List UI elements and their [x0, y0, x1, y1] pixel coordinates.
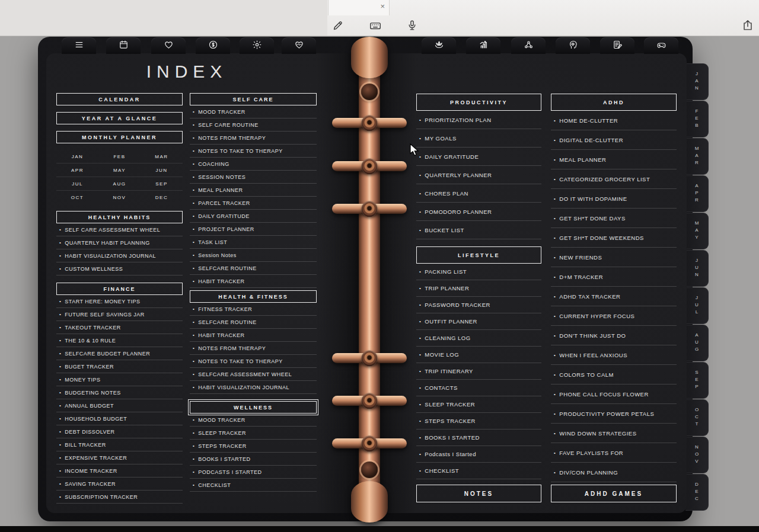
index-item[interactable]: •FITNESS TRACKER [190, 303, 317, 316]
index-item[interactable]: •PHONE CALL FOCUS FLOWER [551, 384, 677, 404]
index-item[interactable]: •COLORS TO CALM [551, 365, 677, 384]
index-item[interactable]: •CATEGORIZED GROCERY LIST [551, 169, 677, 189]
index-item[interactable]: •QUARTERLY PLANNER [416, 166, 541, 184]
year-at-a-glance-button[interactable]: YEAR AT A GLANCE [56, 112, 183, 124]
index-item[interactable]: •NOTES TO TAKE TO THERAPY [190, 355, 317, 368]
index-item[interactable]: •COACHING [190, 158, 317, 171]
index-item[interactable]: •POMODORO PLANNER [416, 203, 541, 221]
index-item[interactable]: •DIV/CON PLANNING [551, 463, 677, 482]
index-item[interactable]: •PRIORITIZATION PLAN [416, 111, 541, 129]
tab-list[interactable] [62, 37, 96, 54]
index-item[interactable]: •Session Notes [190, 249, 317, 262]
index-item[interactable]: •PRODUCTIVITY POWER PETALS [551, 404, 677, 424]
index-item[interactable]: •CONTACTS [416, 380, 541, 396]
tab-growth[interactable] [466, 37, 500, 54]
month-tab-jul[interactable]: JUL [685, 287, 709, 324]
month-tab-nov[interactable]: NOV [685, 437, 709, 473]
index-item[interactable]: •FAVE PLAYLISTS FOR [551, 443, 677, 463]
index-item[interactable]: •SELFCARE ROUTINE [190, 316, 317, 329]
index-item[interactable]: •CHECKLIST [416, 463, 541, 479]
index-item[interactable]: •HOME DE-CLUTTER [551, 111, 677, 130]
month-tab-sep[interactable]: SEP [685, 362, 709, 399]
month-cell-nov[interactable]: NOV [98, 191, 141, 204]
close-tab-button[interactable]: × [380, 2, 385, 10]
index-item[interactable]: •DAILY GRATITUDE [416, 148, 541, 166]
index-item[interactable]: •STEPS TRACKER [416, 413, 541, 430]
index-item[interactable]: •ADHD TAX TRACKER [551, 287, 677, 306]
index-item[interactable]: •GET SH*T DONE WEEKENDS [551, 228, 677, 248]
index-item[interactable]: •CHORES PLAN [416, 184, 541, 203]
index-item[interactable]: •DEBT DISSOLVER [56, 425, 183, 438]
month-tab-aug[interactable]: AUG [685, 325, 709, 361]
index-item[interactable]: •SELF CARE ROUTINE [190, 118, 317, 132]
index-item[interactable]: •PASSWORD TRACKER [416, 297, 541, 313]
index-item[interactable]: •NOTES TO TAKE TO THERAPY [190, 145, 317, 158]
index-item[interactable]: •QUARTERLY HABIT PLANNING [56, 236, 183, 249]
index-item[interactable]: •MEAL PLANNER [551, 150, 677, 169]
index-item[interactable]: •TAKEOUT TRACKER [56, 321, 183, 334]
tab-journal[interactable] [600, 37, 634, 54]
index-item[interactable]: •SELFCARE ROUTINE [190, 262, 317, 275]
index-item[interactable]: •NEW FRIENDS [551, 248, 677, 267]
tab-lotus[interactable] [422, 37, 456, 54]
index-item[interactable]: •SAVING TRACKER [56, 477, 183, 491]
tab-heart[interactable] [151, 37, 186, 54]
index-item[interactable]: •HOUSEHOLD BUDGET [56, 412, 183, 425]
index-item[interactable]: •SELF CARE ASSESSMENT WHEEL [56, 223, 183, 236]
index-item[interactable]: •MOVIE LOG [416, 347, 541, 363]
calendar-button[interactable]: CALENDAR [56, 93, 183, 105]
index-item[interactable]: •PACKING LIST [416, 264, 541, 280]
index-item[interactable]: •MY GOALS [416, 129, 541, 148]
tab-mindset[interactable] [556, 37, 590, 54]
export-button[interactable] [741, 19, 754, 32]
index-item[interactable]: •MOOD TRACKER [190, 414, 317, 427]
index-item[interactable]: •TASK LIST [190, 236, 317, 249]
index-item[interactable]: •MOOD TRACKER [190, 105, 317, 118]
index-item[interactable]: •EXPENSIVE TRACKER [56, 451, 183, 464]
month-tab-dec[interactable]: DEC [685, 474, 709, 511]
month-tab-may[interactable]: MAY [685, 213, 709, 249]
index-item[interactable]: •ANNUAL BUDGET [56, 399, 183, 412]
tab-heart-pulse[interactable] [282, 37, 316, 54]
tab-games[interactable] [644, 37, 678, 54]
index-item[interactable]: •WHEN I FEEL ANXIOUS [551, 345, 677, 365]
index-item[interactable]: •D+M TRACKER [551, 267, 677, 287]
document-tab[interactable]: × [328, 0, 390, 15]
notes-button[interactable]: NOTES [416, 485, 541, 502]
index-item[interactable]: •BUDGETING NOTES [56, 386, 183, 399]
index-item[interactable]: •CHECKLIST [190, 479, 317, 492]
pencil-button[interactable] [331, 19, 345, 32]
month-cell-jul[interactable]: JUL [56, 177, 98, 191]
index-item[interactable]: •THE 10 & 10 RULE [56, 334, 183, 347]
index-item[interactable]: •NOTES FROM THERAPY [190, 132, 317, 145]
index-item[interactable]: •TRIP ITINERARY [416, 363, 541, 380]
month-tab-feb[interactable]: FEB [685, 101, 709, 137]
tab-community[interactable] [511, 37, 546, 54]
index-item[interactable]: •SLEEP TRACKER [190, 427, 317, 440]
month-cell-feb[interactable]: FEB [98, 150, 141, 164]
monthly-planner-button[interactable]: MONTHLY PLANNER [56, 131, 183, 143]
index-item[interactable]: •WIND DOWN STRATEGIES [551, 424, 677, 443]
month-tab-apr[interactable]: APR [685, 175, 709, 212]
index-item[interactable]: •SESSION NOTES [190, 171, 317, 184]
index-item[interactable]: •CLEANING LOG [416, 330, 541, 347]
tab-dollar[interactable] [196, 37, 230, 54]
index-item[interactable]: •MEAL PLANNER [190, 184, 317, 197]
month-cell-mar[interactable]: MAR [141, 150, 183, 164]
index-item[interactable]: •DIGITAL DE-CLUTTER [551, 130, 677, 150]
month-cell-may[interactable]: MAY [98, 164, 141, 177]
index-item[interactable]: •HABIT VISUALIZATION JOURNAL [56, 249, 183, 262]
adhd-games-button[interactable]: ADHD GAMES [551, 485, 677, 502]
index-item[interactable]: •SELFCARE BUDGET PLANNER [56, 347, 183, 360]
index-item[interactable]: •TRIP PLANNER [416, 280, 541, 297]
index-item[interactable]: •BOOKS I STARTED [416, 430, 541, 446]
index-item[interactable]: •DO IT WITH DOPAMINE [551, 189, 677, 209]
index-item[interactable]: •PODCASTS I STARTED [190, 466, 317, 479]
month-tab-mar[interactable]: MAR [685, 138, 709, 175]
month-tab-jun[interactable]: JUN [685, 250, 709, 287]
index-item[interactable]: •SELFCARE ASSESSMENT WHEEL [190, 368, 317, 381]
tab-calendar[interactable] [106, 37, 141, 54]
index-item[interactable]: •Podcasts I Started [416, 446, 541, 463]
month-cell-apr[interactable]: APR [56, 164, 98, 177]
tab-celebrate[interactable] [240, 37, 274, 54]
